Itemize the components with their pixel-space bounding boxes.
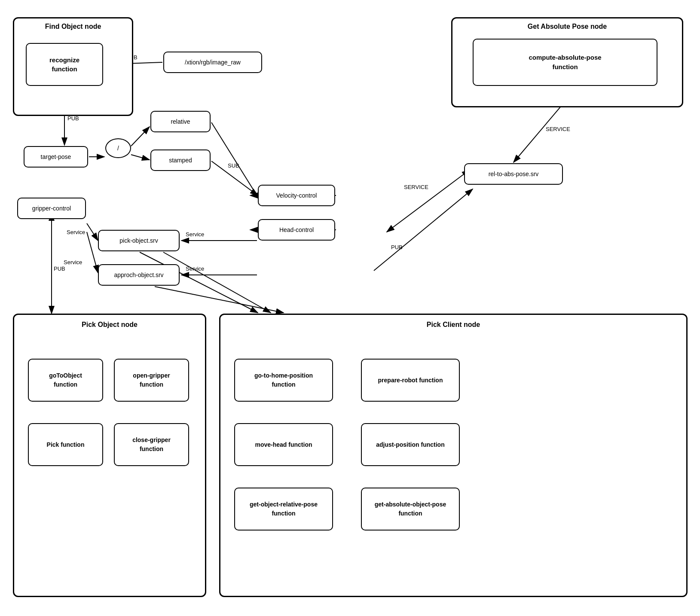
- svg-line-11: [211, 122, 256, 194]
- target-pose-box: target-pose: [24, 146, 88, 168]
- prepare-robot-box: prepare-robot function: [361, 359, 460, 402]
- rel-to-abs-pose-label: rel-to-abs-pose.srv: [489, 171, 539, 177]
- close-gripper-function-box: close-gripperfunction: [114, 423, 189, 466]
- svg-text:PUB: PUB: [54, 265, 65, 272]
- svg-text:Service: Service: [67, 229, 85, 235]
- go-to-home-position-box: go-to-home-positionfunction: [234, 359, 333, 402]
- adjust-position-function-box: adjust-position function: [361, 423, 460, 466]
- svg-line-14: [87, 223, 98, 241]
- adjust-position-function-label: adjust-position function: [376, 440, 444, 449]
- get-absolute-object-pose-box: get-absolute-object-posefunction: [361, 488, 460, 531]
- get-absolute-pose-node-label: Get Absolute Pose node: [528, 23, 607, 30]
- relative-label: relative: [171, 118, 190, 125]
- pick-object-srv-box: pick-object.srv: [98, 230, 180, 251]
- gripper-control-box: gripper-control: [17, 198, 86, 219]
- rel-to-abs-pose-box: rel-to-abs-pose.srv: [464, 163, 563, 185]
- svg-text:SERVICE: SERVICE: [404, 184, 428, 190]
- velocity-control-box: Velocity-control: [258, 185, 335, 206]
- svg-text:SUB: SUB: [228, 162, 239, 169]
- svg-line-7: [131, 127, 150, 146]
- velocity-control-label: Velocity-control: [276, 192, 317, 199]
- svg-line-8: [131, 155, 150, 160]
- pick-client-node-label: Pick Client node: [427, 321, 480, 329]
- prepare-robot-label: prepare-robot function: [378, 376, 443, 385]
- slash-label: /: [117, 145, 119, 152]
- diagram: SUB PUB SUB PUB Service Service Service: [0, 0, 700, 616]
- svg-text:PUB: PUB: [67, 115, 79, 122]
- head-control-box: Head-control: [258, 219, 335, 241]
- gripper-control-label: gripper-control: [32, 205, 71, 212]
- pick-object-node-label: Pick Object node: [82, 321, 138, 329]
- close-gripper-function-label: close-gripperfunction: [132, 436, 171, 454]
- pick-object-srv-label: pick-object.srv: [119, 237, 158, 244]
- approch-object-srv-label: approch-object.srv: [114, 271, 163, 278]
- svg-text:Service: Service: [64, 259, 82, 265]
- svg-line-9: [211, 161, 258, 195]
- svg-line-31: [374, 189, 473, 271]
- go-to-home-position-label: go-to-home-positionfunction: [254, 371, 313, 389]
- pick-function-label: Pick function: [47, 440, 85, 449]
- recognize-function-label: recognizefunction: [49, 55, 79, 73]
- move-head-function-label: move-head function: [255, 440, 312, 449]
- compute-absolute-pose-label: compute-absolute-posefunction: [529, 53, 601, 72]
- stamped-label: stamped: [169, 157, 192, 164]
- open-gripper-function-box: open-gripperfunction: [114, 359, 189, 402]
- get-object-relative-pose-box: get-object-relative-posefunction: [234, 488, 333, 531]
- stamped-box: stamped: [150, 149, 211, 171]
- svg-line-16: [87, 232, 98, 273]
- relative-box: relative: [150, 111, 211, 132]
- target-pose-label: target-pose: [41, 153, 71, 160]
- svg-text:SERVICE: SERVICE: [546, 126, 570, 132]
- pick-function-box: Pick function: [28, 423, 103, 466]
- move-head-function-box: move-head function: [234, 423, 333, 466]
- svg-line-27: [514, 104, 563, 162]
- svg-text:Service: Service: [186, 231, 204, 238]
- compute-absolute-pose-box: compute-absolute-posefunction: [473, 39, 657, 86]
- svg-line-29: [387, 174, 464, 232]
- get-absolute-object-pose-label: get-absolute-object-posefunction: [375, 500, 446, 518]
- image-raw-label: /xtion/rgb/image_raw: [185, 59, 241, 66]
- image-raw-box: /xtion/rgb/image_raw: [163, 52, 262, 73]
- open-gripper-function-label: open-gripperfunction: [133, 371, 170, 389]
- go-to-object-function-box: goToObjectfunction: [28, 359, 103, 402]
- slash-node: /: [105, 138, 131, 158]
- svg-text:PUB: PUB: [391, 244, 403, 250]
- svg-line-24: [155, 287, 284, 313]
- find-object-node-label: Find Object node: [45, 23, 101, 30]
- go-to-object-function-label: goToObjectfunction: [49, 371, 82, 389]
- svg-text:Service: Service: [186, 265, 204, 272]
- head-control-label: Head-control: [279, 226, 314, 233]
- approch-object-srv-box: approch-object.srv: [98, 264, 180, 286]
- recognize-function: recognizefunction: [26, 43, 103, 86]
- get-object-relative-pose-label: get-object-relative-posefunction: [250, 500, 318, 518]
